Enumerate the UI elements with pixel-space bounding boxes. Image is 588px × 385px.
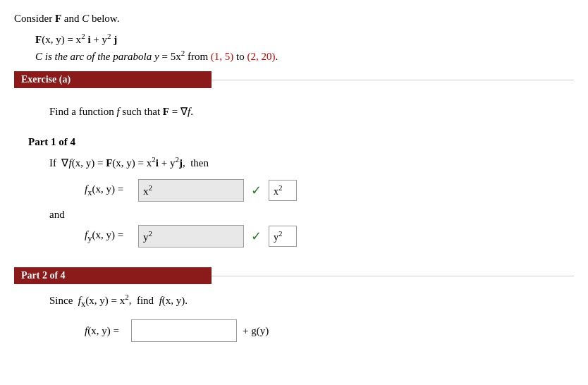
fy-answer-box[interactable]: y2 (138, 225, 244, 248)
F-equation: F(x, y) = x2 i + y2 j (14, 32, 574, 46)
fx-answer-box[interactable]: x2 (138, 179, 244, 202)
fxy-label: f(x, y) = (85, 325, 127, 337)
intro-text: Consider F and C below. (14, 13, 574, 25)
C-label: C (82, 13, 89, 24)
exercise-a-bar: Exercise (a) (14, 71, 212, 88)
point1: (1, 5) (211, 51, 234, 62)
if-line: If ∇f(x, y) = F(x, y) = x2i + y2j, then (14, 155, 574, 169)
part2-bar-row: Part 2 of 4 (14, 267, 574, 284)
part1-section: Part 1 of 4 If ∇f(x, y) = F(x, y) = x2i … (14, 136, 574, 248)
fy-hint-value: y2 (274, 229, 283, 243)
fy-hint-box: y2 (269, 226, 297, 247)
and-text: and (14, 209, 574, 221)
fxy-row: f(x, y) = + g(y) (14, 319, 574, 342)
fy-answer-value: y2 (143, 229, 152, 243)
part2-section: Part 2 of 4 Since fx(x, y) = x2, find f(… (14, 267, 574, 342)
fx-hint-box: x2 (269, 180, 297, 201)
fy-checkmark: ✓ (251, 228, 262, 244)
F-plus: + y2 (91, 34, 114, 45)
F-eq: (x, y) = x2 (42, 34, 87, 45)
point2: (2, 20) (247, 51, 276, 62)
fx-checkmark: ✓ (251, 183, 262, 198)
part2-divider (212, 276, 574, 276)
exercise-a-instruction: Find a function f such that F = ∇f. (14, 97, 574, 123)
fx-answer-value: x2 (143, 183, 152, 197)
C-description: C is the arc of the parabola y = 5x2 fro… (14, 49, 574, 63)
fy-row: fy(x, y) = y2 ✓ y2 (14, 225, 574, 248)
fx-label: fx(x, y) = (85, 183, 134, 198)
since-line: Since fx(x, y) = x2, find f(x, y). (14, 293, 574, 310)
plus-gy-text: + g(y) (243, 325, 269, 337)
exercise-a-section: Exercise (a) (14, 71, 574, 88)
part2-label: Part 2 of 4 (21, 270, 66, 281)
fxy-input[interactable] (131, 319, 237, 342)
fx-hint-value: x2 (274, 183, 283, 197)
part1-header: Part 1 of 4 (28, 136, 574, 148)
F-label: F (55, 13, 61, 24)
fy-label: fy(x, y) = (85, 229, 134, 244)
part2-bar: Part 2 of 4 (14, 267, 212, 284)
i-vector: i (87, 34, 90, 45)
F-var: F (35, 34, 42, 45)
fx-row: fx(x, y) = x2 ✓ x2 (14, 179, 574, 202)
intro-section: Consider F and C below. F(x, y) = x2 i +… (14, 13, 574, 63)
exercise-a-label: Exercise (a) (21, 74, 71, 85)
divider-line (212, 80, 574, 80)
j-vector: j (114, 34, 117, 45)
